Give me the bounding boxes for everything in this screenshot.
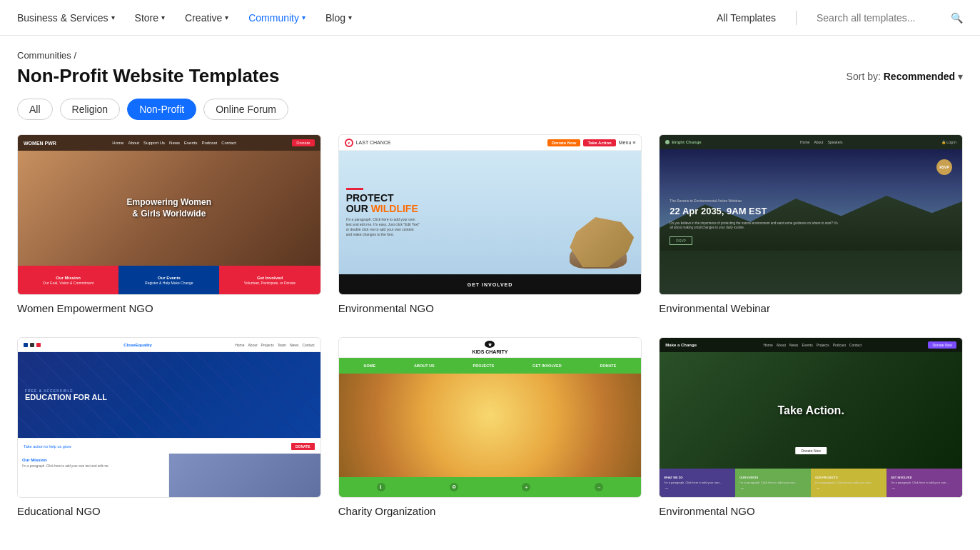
template-card[interactable]: WOMEN PWR HomeAboutSupport UsNewsEventsP… — [17, 134, 321, 314]
template-name: Charity Organization — [338, 505, 642, 517]
template-thumbnail: CloseEquality HomeAboutProjectsTeamNewsC… — [17, 337, 321, 498]
page-header: Communities / Non-Profit Website Templat… — [0, 36, 980, 99]
template-card[interactable]: Make a Change HomeAboutNewsEventsProject… — [659, 337, 963, 517]
sort-by: Sort by: Recommended ▾ — [847, 71, 963, 82]
all-templates-link[interactable]: All Templates — [717, 12, 776, 24]
search-input[interactable] — [817, 12, 945, 24]
nav-store[interactable]: Store ▾ — [135, 12, 165, 24]
chevron-down-icon: ▾ — [302, 14, 305, 21]
breadcrumb: Communities / — [17, 50, 963, 61]
template-card[interactable]: ★ KIDS CHARITY HOME ABOUT US PROJECTS GE… — [338, 337, 642, 517]
template-thumbnail: WOMEN PWR HomeAboutSupport UsNewsEventsP… — [17, 134, 321, 295]
template-name: Environmental NGO — [659, 505, 963, 517]
search-icon[interactable]: 🔍 — [951, 12, 963, 24]
template-thumbnail: ♥ LAST CHANCE Donate Now Take Action Men… — [338, 134, 642, 295]
template-name: Environmental NGO — [338, 302, 642, 314]
sort-chevron-icon[interactable]: ▾ — [958, 71, 963, 82]
nav-blog[interactable]: Blog ▾ — [325, 12, 352, 24]
template-name: Environmental Webinar — [659, 302, 963, 314]
filter-all[interactable]: All — [17, 99, 53, 120]
filter-tabs: All Religion Non-Profit Online Forum — [0, 99, 980, 134]
sort-label: Sort by: — [847, 71, 881, 82]
main-nav: Business & Services ▾ Store ▾ Creative ▾… — [0, 0, 980, 36]
nav-business-services[interactable]: Business & Services ▾ — [17, 12, 115, 24]
templates-grid: WOMEN PWR HomeAboutSupport UsNewsEventsP… — [0, 134, 980, 546]
filter-non-profit[interactable]: Non-Profit — [127, 99, 196, 120]
template-card[interactable]: Bright Change HomeAboutSpeakers 🔒 Log in… — [659, 134, 963, 314]
page-title-row: Non-Profit Website Templates Sort by: Re… — [17, 65, 963, 87]
chevron-down-icon: ▾ — [161, 14, 165, 21]
template-thumbnail: Bright Change HomeAboutSpeakers 🔒 Log in… — [659, 134, 963, 295]
sort-value[interactable]: Recommended — [884, 71, 955, 82]
template-thumbnail: ★ KIDS CHARITY HOME ABOUT US PROJECTS GE… — [338, 337, 642, 498]
breadcrumb-parent[interactable]: Communities — [17, 50, 71, 61]
template-card[interactable]: ♥ LAST CHANCE Donate Now Take Action Men… — [338, 134, 642, 314]
nav-creative[interactable]: Creative ▾ — [185, 12, 228, 24]
template-name: Women Empowerment NGO — [17, 302, 321, 314]
breadcrumb-separator: / — [74, 50, 76, 61]
page-title: Non-Profit Website Templates — [17, 65, 279, 87]
chevron-down-icon: ▾ — [348, 14, 352, 21]
template-name: Educational NGO — [17, 505, 321, 517]
filter-online-forum[interactable]: Online Forum — [203, 99, 288, 120]
template-thumbnail: Make a Change HomeAboutNewsEventsProject… — [659, 337, 963, 498]
nav-divider — [796, 11, 797, 25]
chevron-down-icon: ▾ — [225, 14, 228, 21]
template-card[interactable]: CloseEquality HomeAboutProjectsTeamNewsC… — [17, 337, 321, 517]
search-container: 🔍 — [817, 12, 963, 24]
nav-community[interactable]: Community ▾ — [248, 12, 305, 24]
filter-religion[interactable]: Religion — [60, 99, 121, 120]
chevron-down-icon: ▾ — [111, 14, 115, 21]
